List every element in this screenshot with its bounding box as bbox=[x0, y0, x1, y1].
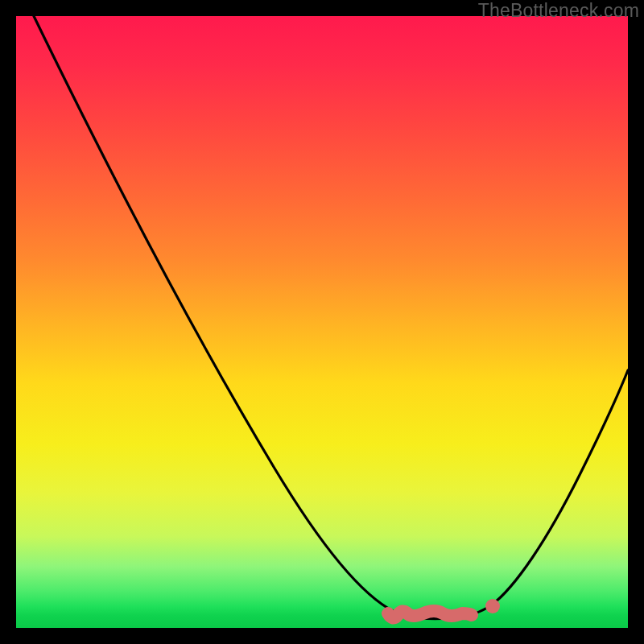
valley-squiggle-left bbox=[388, 611, 472, 618]
plot-area bbox=[16, 16, 628, 628]
curve-layer bbox=[16, 16, 628, 628]
valley-dot-right bbox=[485, 599, 500, 613]
bottleneck-curve bbox=[34, 16, 628, 619]
watermark-text: TheBottleneck.com bbox=[478, 0, 639, 22]
chart-frame: TheBottleneck.com bbox=[0, 0, 644, 644]
